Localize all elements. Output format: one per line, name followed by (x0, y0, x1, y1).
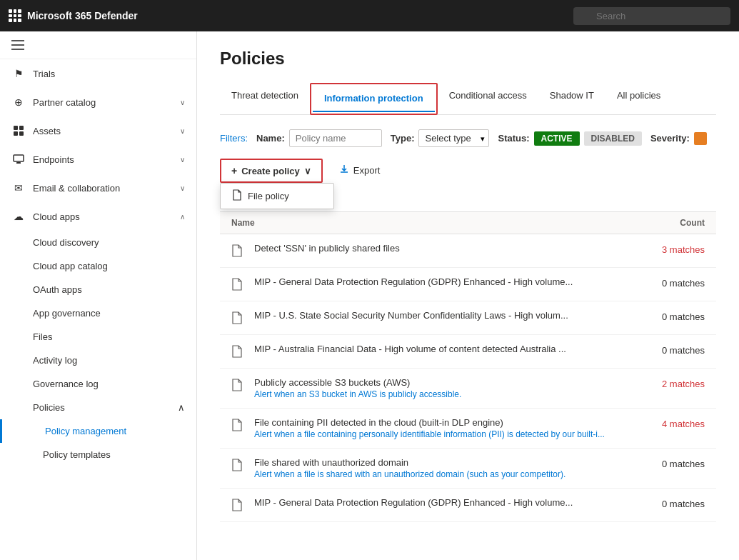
create-policy-label: Create policy (241, 166, 300, 176)
filter-name-input[interactable] (289, 129, 382, 147)
table-row[interactable]: File shared with unauthorized domain Ale… (220, 449, 716, 489)
tab-information-protection[interactable]: Information protection (313, 86, 435, 112)
partner-catalog-icon: ⊕ (11, 95, 26, 109)
policies-table: Name Count Detect 'SSN' in publicly shar… (220, 211, 716, 522)
sidebar-item-oauth-apps[interactable]: OAuth apps (0, 278, 196, 301)
file-policy-icon (231, 278, 246, 292)
sidebar-item-label: Email & collaboration (33, 183, 120, 194)
policy-count: 3 matches (633, 244, 705, 255)
sidebar-item-files[interactable]: Files (0, 325, 196, 349)
filter-status-group: Status: ACTIVE DISABLED (498, 131, 641, 146)
policy-name: MIP - General Data Protection Regulation… (254, 497, 625, 508)
tab-conditional-access[interactable]: Conditional access (438, 83, 538, 114)
policy-count: 4 matches (633, 419, 705, 429)
sidebar-sub-label: Governance log (33, 379, 99, 389)
file-icon (232, 189, 242, 203)
sidebar-item-endpoints[interactable]: Endpoints ∨ (0, 145, 196, 174)
policy-name: MIP - Australia Financial Data - High vo… (254, 344, 625, 354)
sidebar-sub-label: Files (33, 331, 52, 342)
filter-severity-group: Severity: (650, 132, 707, 145)
grid-icon (9, 9, 21, 22)
dropdown-item-label: File policy (248, 191, 289, 201)
sidebar-item-policies[interactable]: Policies ∧ (0, 396, 196, 419)
table-row[interactable]: Detect 'SSN' in publicly shared files 3 … (220, 234, 716, 268)
sidebar-sub-label: Policy templates (43, 449, 111, 460)
policy-name: File shared with unauthorized domain (254, 457, 625, 468)
table-row[interactable]: Publicly accessible S3 buckets (AWS) Ale… (220, 369, 716, 409)
filters-row: Filters: Name: Type: Select type Status:… (220, 129, 716, 147)
sidebar-sub-label: App governance (33, 308, 101, 319)
tab-shadow-it[interactable]: Shadow IT (538, 83, 605, 114)
download-icon (339, 164, 349, 176)
chevron-up-icon: ∧ (178, 402, 185, 413)
assets-icon (11, 124, 26, 138)
sidebar-item-partner-catalog[interactable]: ⊕ Partner catalog ∨ (0, 88, 196, 116)
file-policy-icon (231, 244, 246, 259)
create-policy-button[interactable]: + Create policy ∨ (221, 160, 321, 181)
col-header-count: Count (633, 218, 705, 228)
chevron-up-icon: ∧ (180, 213, 185, 221)
file-policy-icon (231, 311, 246, 326)
svg-rect-0 (14, 126, 18, 130)
tab-all-policies[interactable]: All policies (605, 83, 672, 114)
endpoints-icon (11, 152, 26, 166)
table-header: Name Count (220, 212, 716, 234)
sidebar-item-assets[interactable]: Assets ∨ (0, 116, 196, 145)
file-policy-icon (231, 379, 246, 393)
policy-name: MIP - U.S. State Social Security Number … (254, 310, 625, 321)
sidebar-sub-label: Policy management (45, 426, 126, 436)
sidebar-item-label: Assets (33, 126, 61, 136)
chevron-down-icon: ∨ (180, 127, 185, 135)
main-layout: ⚑ Trials ⊕ Partner catalog ∨ Assets ∨ En… (0, 31, 739, 560)
email-icon: ✉ (11, 181, 26, 195)
sidebar-sub-label: Policies (33, 402, 65, 413)
table-row[interactable]: MIP - U.S. State Social Security Number … (220, 301, 716, 335)
export-label: Export (353, 165, 381, 176)
search-input[interactable] (573, 7, 730, 25)
table-row[interactable]: File containing PII detected in the clou… (220, 409, 716, 449)
sidebar-item-email-collaboration[interactable]: ✉ Email & collaboration ∨ (0, 174, 196, 202)
sidebar-sub-label: OAuth apps (33, 284, 82, 295)
sidebar-item-policy-management[interactable]: Policy management (0, 419, 196, 443)
filter-type-label: Type: (391, 133, 415, 144)
content-area: Policies Threat detection Information pr… (197, 31, 739, 560)
tabs-bar: Threat detection Information protection … (220, 83, 716, 115)
sidebar-sub-label: Activity log (33, 355, 77, 366)
export-button[interactable]: Export (328, 159, 391, 182)
policy-name: File containing PII detected in the clou… (254, 417, 625, 428)
hamburger-menu[interactable] (0, 31, 196, 59)
table-row[interactable]: MIP - General Data Protection Regulation… (220, 268, 716, 301)
sidebar: ⚑ Trials ⊕ Partner catalog ∨ Assets ∨ En… (0, 31, 197, 560)
sidebar-item-activity-log[interactable]: Activity log (0, 349, 196, 372)
status-active-button[interactable]: ACTIVE (534, 131, 580, 146)
sidebar-item-app-governance[interactable]: App governance (0, 301, 196, 325)
hamburger-icon[interactable] (11, 40, 24, 50)
svg-rect-4 (14, 155, 24, 161)
table-row[interactable]: MIP - General Data Protection Regulation… (220, 489, 716, 522)
sidebar-item-governance-log[interactable]: Governance log (0, 372, 196, 396)
policy-count: 0 matches (633, 311, 705, 322)
svg-rect-3 (19, 131, 24, 136)
policy-desc: Alert when a file is shared with an unau… (254, 469, 625, 479)
app-title: Microsoft 365 Defender (27, 10, 138, 21)
sidebar-item-cloud-discovery[interactable]: Cloud discovery (0, 231, 196, 254)
sidebar-item-cloud-apps[interactable]: ☁ Cloud apps ∧ (0, 202, 196, 231)
chevron-down-icon: ∨ (304, 166, 311, 176)
filter-severity-label: Severity: (650, 133, 690, 144)
policy-count: 0 matches (633, 499, 705, 509)
sidebar-item-trials[interactable]: ⚑ Trials (0, 59, 196, 88)
create-policy-dropdown: File policy (220, 183, 334, 209)
table-row[interactable]: MIP - Australia Financial Data - High vo… (220, 335, 716, 369)
severity-indicator[interactable] (694, 132, 707, 145)
page-title: Policies (220, 49, 716, 69)
sidebar-item-cloud-app-catalog[interactable]: Cloud app catalog (0, 254, 196, 278)
sidebar-item-policy-templates[interactable]: Policy templates (0, 443, 196, 466)
tab-threat-detection[interactable]: Threat detection (220, 83, 310, 114)
filter-type-wrapper: Select type (418, 129, 489, 147)
topbar: Microsoft 365 Defender 🔍 (0, 0, 739, 31)
chevron-down-icon: ∨ (180, 99, 185, 106)
create-policy-wrapper: + Create policy ∨ File po (220, 159, 323, 183)
status-disabled-button[interactable]: DISABLED (584, 131, 642, 146)
dropdown-item-file-policy[interactable]: File policy (221, 184, 333, 209)
filter-type-select[interactable]: Select type (418, 129, 489, 147)
